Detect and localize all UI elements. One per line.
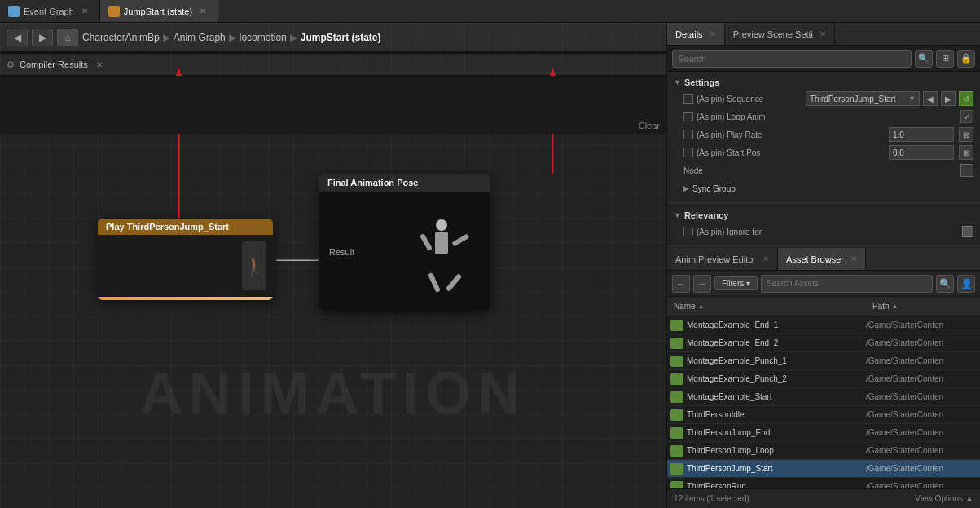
asset-row-0[interactable]: MontageExample_End_1 /Game/StarterConten — [667, 316, 980, 334]
asset-name-6: ThirdPersonJump_End — [687, 428, 866, 437]
ignorefor-label: (As pin) Ignore for — [697, 227, 959, 236]
settings-header[interactable]: ▼ Settings — [667, 75, 980, 90]
main-area: ◀ ▶ ⌂ CharacterAnimBp ▶ Anim Graph ▶ loc… — [0, 23, 980, 508]
tab-preview[interactable]: Preview Scene Setti ✕ — [725, 23, 835, 45]
details-grid-button[interactable]: ⊞ — [936, 50, 954, 68]
tab-event-graph[interactable]: Event Graph ✕ — [0, 0, 100, 22]
col-name[interactable]: Name ▲ — [667, 302, 866, 311]
pose-node-header: Final Animation Pose — [319, 174, 490, 192]
setting-row-playrate: (As pin) Play Rate ⊠ — [667, 126, 980, 144]
asset-path-3: /Game/StarterConten — [866, 374, 980, 383]
asset-table-header: Name ▲ Path ▲ — [667, 297, 980, 316]
filters-button[interactable]: Filters ▾ — [714, 276, 758, 290]
loop-check-mark: ✓ — [964, 113, 970, 121]
asset-icon-0 — [670, 320, 683, 331]
asset-path-7: /Game/StarterConten — [866, 446, 980, 455]
tab-jumpstart-close[interactable]: ✕ — [196, 5, 209, 17]
asset-user-button[interactable]: 👤 — [957, 275, 975, 293]
sequence-checkbox[interactable] — [683, 94, 693, 104]
tab-event-graph-label: Event Graph — [24, 7, 74, 16]
asset-search-button[interactable]: 🔍 — [936, 275, 954, 293]
asset-row-3[interactable]: MontageExample_Punch_2 /Game/StarterCont… — [667, 370, 980, 388]
asset-name-2: MontageExample_Punch_1 — [687, 356, 866, 365]
asset-browser-close[interactable]: ✕ — [850, 254, 857, 263]
asset-name-0: MontageExample_End_1 — [687, 320, 866, 329]
asset-list: MontageExample_End_1 /Game/StarterConten… — [667, 316, 980, 488]
view-options-label: View Options — [915, 494, 963, 503]
relevancy-arrow-icon: ▼ — [674, 211, 681, 219]
asset-search-input[interactable] — [761, 275, 933, 293]
asset-icon-3 — [670, 373, 683, 385]
asset-count: 12 items (1 selected) — [674, 494, 749, 503]
compiler-body: Clear — [0, 76, 666, 134]
asset-icon-1 — [670, 338, 683, 349]
pose-node[interactable]: Final Animation Pose Result — [319, 174, 490, 311]
details-search-bar: 🔍 ⊞ 🔒 — [667, 46, 980, 72]
asset-name-5: ThirdPersonIdle — [687, 410, 866, 419]
play-node[interactable]: Play ThirdPersonJump_Start 🚶 — [98, 219, 273, 300]
sequence-nav-fwd[interactable]: ▶ — [941, 91, 956, 106]
tab-anim-preview[interactable]: Anim Preview Editor ✕ — [667, 248, 778, 270]
asset-row-6[interactable]: ThirdPersonJump_End /Game/StarterConten — [667, 424, 980, 442]
startpos-label: (As pin) Start Pos — [697, 148, 886, 157]
playrate-expand[interactable]: ⊠ — [959, 127, 973, 142]
setting-row-node: Node — [667, 161, 980, 179]
tab-details[interactable]: Details ✕ — [667, 23, 725, 45]
asset-path-6: /Game/StarterConten — [866, 428, 980, 437]
relevancy-header[interactable]: ▼ Relevancy — [667, 208, 980, 223]
playrate-checkbox[interactable] — [683, 130, 693, 139]
asset-row-4[interactable]: MontageExample_Start /Game/StarterConten — [667, 388, 980, 406]
asset-path-9: /Game/StarterConten — [866, 482, 980, 488]
asset-path-2: /Game/StarterConten — [866, 356, 980, 365]
details-search-input[interactable] — [672, 50, 912, 68]
settings-section: ▼ Settings (As pin) Sequence ThirdPerson… — [667, 72, 980, 201]
col-path[interactable]: Path ▲ — [866, 302, 980, 311]
asset-icon-5 — [670, 409, 683, 421]
asset-nav-back[interactable]: ← — [672, 275, 690, 293]
details-lock-button[interactable]: 🔒 — [957, 50, 975, 68]
asset-row-2[interactable]: MontageExample_Punch_1 /Game/StarterCont… — [667, 352, 980, 370]
asset-row-5[interactable]: ThirdPersonIdle /Game/StarterConten — [667, 406, 980, 424]
asset-name-3: MontageExample_Punch_2 — [687, 374, 866, 383]
asset-row-8[interactable]: ThirdPersonJump_Start /Game/StarterConte… — [667, 460, 980, 478]
tab-preview-close[interactable]: ✕ — [820, 29, 826, 38]
sequence-nav-back[interactable]: ◀ — [923, 91, 938, 106]
tab-event-graph-close[interactable]: ✕ — [78, 5, 91, 17]
tab-asset-browser[interactable]: Asset Browser ✕ — [778, 248, 866, 270]
startpos-expand[interactable]: ⊠ — [959, 145, 973, 160]
right-panel: Details ✕ Preview Scene Setti ✕ 🔍 ⊞ 🔒 ▼ — [666, 23, 980, 508]
tab-jumpstart[interactable]: JumpStart (state) ✕ — [100, 0, 218, 22]
tab-bar: Event Graph ✕ JumpStart (state) ✕ — [0, 0, 980, 23]
asset-row-1[interactable]: MontageExample_End_2 /Game/StarterConten — [667, 334, 980, 352]
setting-row-syncgroup[interactable]: ▶ Sync Group — [667, 179, 980, 197]
view-options-button[interactable]: View Options ▲ — [915, 494, 973, 503]
sequence-dropdown[interactable]: ThirdPersonJump_Start ▼ — [806, 91, 920, 106]
col-name-sort: ▲ — [698, 303, 705, 310]
tab-anim-preview-label: Anim Preview Editor — [675, 254, 756, 264]
playrate-input[interactable] — [889, 127, 954, 142]
loop-value-check[interactable]: ✓ — [960, 110, 973, 123]
ignorefor-value[interactable] — [962, 226, 973, 237]
asset-icon-7 — [670, 445, 683, 457]
loop-checkbox[interactable] — [683, 112, 693, 121]
app: Event Graph ✕ JumpStart (state) ✕ ◀ ▶ ⌂ … — [0, 0, 980, 508]
ignorefor-checkbox[interactable] — [683, 227, 693, 236]
loop-label: (As pin) Loop Anim — [697, 113, 957, 121]
asset-row-7[interactable]: ThirdPersonJump_Loop /Game/StarterConten — [667, 442, 980, 460]
asset-name-1: MontageExample_End_2 — [687, 338, 866, 347]
relevancy-section: ▼ Relevancy (As pin) Ignore for — [667, 205, 980, 244]
startpos-checkbox[interactable] — [683, 148, 693, 157]
clear-button[interactable]: Clear — [639, 121, 660, 130]
sequence-refresh[interactable]: ↺ — [959, 91, 973, 106]
startpos-input[interactable] — [889, 145, 954, 160]
tab-preview-label: Preview Scene Setti — [733, 29, 813, 39]
details-search-button[interactable]: 🔍 — [915, 50, 933, 68]
asset-nav-forward[interactable]: → — [693, 275, 711, 293]
sequence-value: ThirdPersonJump_Start — [810, 95, 907, 104]
tab-jumpstart-label: JumpStart (state) — [124, 7, 192, 16]
node-square[interactable] — [960, 164, 973, 177]
anim-preview-close[interactable]: ✕ — [762, 254, 769, 263]
asset-row-9[interactable]: ThirdPersonRun /Game/StarterConten — [667, 478, 980, 488]
syncgroup-label: Sync Group — [692, 184, 973, 193]
tab-details-close[interactable]: ✕ — [710, 29, 716, 38]
